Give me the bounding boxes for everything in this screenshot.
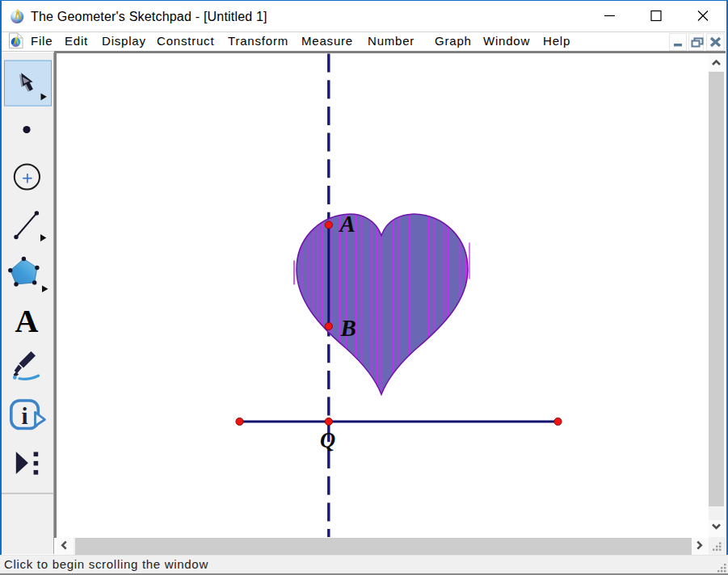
svg-text:Q: Q <box>320 428 335 452</box>
svg-text:A: A <box>338 211 355 237</box>
svg-text:B: B <box>339 315 356 341</box>
svg-text:i: i <box>21 402 27 428</box>
svg-text:A: A <box>15 302 39 338</box>
